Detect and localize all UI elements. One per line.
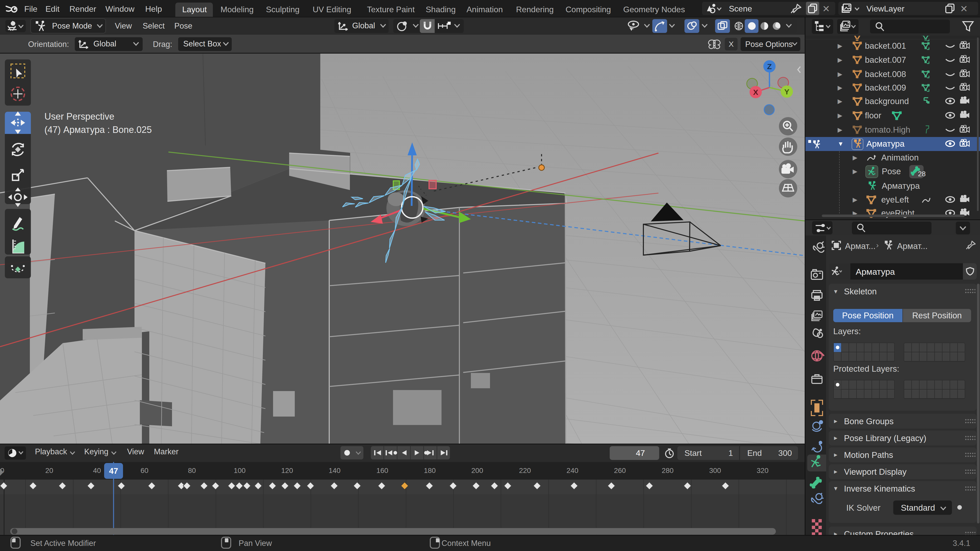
svg-text:Y: Y bbox=[784, 87, 789, 96]
svg-text:User Perspective: User Perspective bbox=[45, 111, 115, 122]
svg-text:(47) Арматура : Bone.025: (47) Арматура : Bone.025 bbox=[45, 124, 152, 135]
svg-text:Z: Z bbox=[767, 62, 772, 71]
svg-text:X: X bbox=[753, 88, 758, 97]
